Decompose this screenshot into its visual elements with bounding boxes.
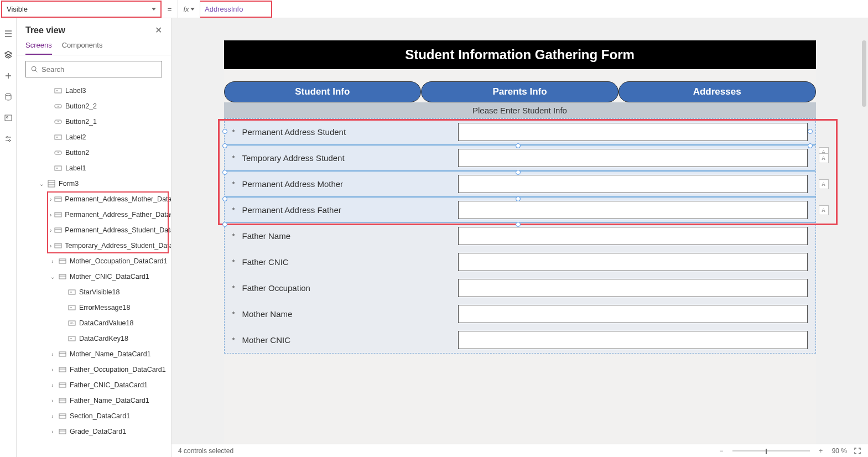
zoom-in-button[interactable]: + bbox=[817, 447, 825, 455]
tree-item-button2-2[interactable]: Button2_2 bbox=[17, 98, 171, 114]
tree-item-card-father-cnic[interactable]: ›Father_CNIC_DataCard1 bbox=[17, 377, 171, 393]
tab-student-info[interactable]: Student Info bbox=[224, 81, 422, 102]
field-input-perm-addr-mother[interactable] bbox=[458, 175, 808, 193]
tree-item-card-father-name[interactable]: ›Father_Name_DataCard1 bbox=[17, 393, 171, 408]
field-input-temp-addr-student[interactable] bbox=[458, 149, 808, 167]
field-input-perm-addr-father[interactable] bbox=[458, 201, 808, 219]
tree-item-errormessage18[interactable]: ErrorMessage18 bbox=[17, 300, 171, 315]
field-input-father-name[interactable] bbox=[458, 227, 808, 245]
layers-icon[interactable] bbox=[4, 50, 13, 59]
fullscreen-icon[interactable] bbox=[854, 447, 861, 455]
field-input-mother-cnic[interactable] bbox=[458, 331, 808, 349]
row-father-occ[interactable]: * Father Occupation bbox=[225, 275, 815, 301]
field-input-father-occ[interactable] bbox=[458, 279, 808, 297]
field-input-father-cnic[interactable] bbox=[458, 253, 808, 271]
selection-status: 4 controls selected bbox=[178, 447, 233, 455]
search-icon bbox=[30, 65, 38, 73]
tree-item-card-section[interactable]: ›Section_DataCard1 bbox=[17, 408, 171, 424]
tree-item-label3[interactable]: Label3 bbox=[17, 83, 171, 98]
canvas-scrollbar[interactable] bbox=[860, 18, 868, 444]
svg-rect-21 bbox=[59, 274, 66, 279]
required-asterisk: * bbox=[232, 258, 242, 266]
zoom-out-button[interactable]: − bbox=[717, 447, 726, 455]
tree-item-card-temp-student[interactable]: ›Temporary_Address_Student_DataCard··· bbox=[17, 238, 171, 253]
required-asterisk: * bbox=[232, 180, 242, 188]
tab-components[interactable]: Components bbox=[62, 41, 103, 55]
tree-scroll[interactable]: Label3 Button2_2 Button2_1 Label2 Button… bbox=[17, 83, 171, 457]
row-perm-addr-father[interactable]: * Permanent Address Father A bbox=[225, 197, 815, 223]
property-dropdown[interactable]: Visible bbox=[1, 1, 162, 18]
row-temp-addr-student[interactable]: * Temporary Address Student A bbox=[225, 145, 815, 171]
zoom-level: 90 % bbox=[832, 447, 847, 455]
required-asterisk: * bbox=[232, 284, 242, 292]
tab-parents-info[interactable]: Parents Info bbox=[421, 81, 618, 102]
svg-point-5 bbox=[32, 66, 36, 71]
svg-rect-1 bbox=[5, 115, 12, 121]
selection-handle[interactable] bbox=[516, 170, 521, 175]
device-frame[interactable]: Student Information Gathering Form Stude… bbox=[224, 40, 816, 444]
tree-item-card-mother-cnic[interactable]: ⌄Mother_CNIC_DataCard1 bbox=[17, 269, 171, 284]
tree-item-datacardvalue18[interactable]: abDataCardValue18 bbox=[17, 315, 171, 331]
tree-item-form3[interactable]: ⌄Form3 bbox=[17, 176, 171, 191]
annotation-box: A bbox=[819, 153, 829, 163]
selection-handle[interactable] bbox=[222, 170, 227, 175]
tree-item-label2[interactable]: Label2 bbox=[17, 129, 171, 145]
search-field[interactable] bbox=[41, 65, 157, 74]
data-icon[interactable] bbox=[4, 92, 13, 101]
tree-item-button2-1[interactable]: Button2_1 bbox=[17, 114, 171, 129]
tree-item-datacardkey18[interactable]: DataCardKey18 bbox=[17, 331, 171, 346]
required-asterisk: * bbox=[232, 310, 242, 318]
selection-handle[interactable] bbox=[222, 143, 227, 148]
selection-handle[interactable] bbox=[222, 196, 227, 201]
fx-label: fx bbox=[183, 5, 189, 13]
required-asterisk: * bbox=[232, 154, 242, 162]
selection-handle[interactable] bbox=[808, 129, 813, 134]
row-mother-name[interactable]: * Mother Name bbox=[225, 301, 815, 327]
field-label: Temporary Address Student bbox=[242, 153, 458, 163]
field-input-perm-addr-student[interactable] bbox=[458, 123, 808, 141]
tab-screens[interactable]: Screens bbox=[25, 41, 52, 55]
row-perm-addr-student[interactable]: * Permanent Address Student A bbox=[225, 119, 815, 145]
chevron-down-icon bbox=[190, 8, 195, 11]
zoom-slider-thumb[interactable] bbox=[766, 449, 767, 454]
search-input[interactable] bbox=[25, 61, 162, 77]
row-perm-addr-mother[interactable]: * Permanent Address Mother A bbox=[225, 171, 815, 197]
fx-button[interactable]: fx bbox=[178, 0, 200, 18]
tree-item-card-perm-father[interactable]: ›Permanent_Address_Father_DataCard1··· bbox=[17, 207, 171, 222]
media-icon[interactable] bbox=[4, 113, 13, 122]
svg-rect-17 bbox=[55, 212, 61, 217]
selection-handle[interactable] bbox=[222, 129, 227, 134]
tree-item-card-father-occ[interactable]: ›Father_Occupation_DataCard1 bbox=[17, 362, 171, 377]
status-bar: 4 controls selected − + 90 % bbox=[171, 444, 868, 457]
tree-item-starvisible18[interactable]: StarVisible18 bbox=[17, 284, 171, 300]
tab-addresses[interactable]: Addresses bbox=[618, 81, 816, 102]
zoom-slider[interactable] bbox=[732, 450, 810, 451]
tree-item-card-perm-student[interactable]: ›Permanent_Address_Student_DataCard··· bbox=[17, 222, 171, 238]
field-label: Father Name bbox=[242, 231, 458, 241]
row-father-cnic[interactable]: * Father CNIC bbox=[225, 249, 815, 275]
row-mother-cnic[interactable]: * Mother CNIC bbox=[225, 327, 815, 353]
selection-handle[interactable] bbox=[516, 196, 521, 201]
settings-icon[interactable] bbox=[4, 134, 13, 143]
field-input-mother-name[interactable] bbox=[458, 305, 808, 323]
svg-point-13 bbox=[58, 152, 59, 153]
plus-icon[interactable] bbox=[4, 71, 13, 80]
required-asterisk: * bbox=[232, 128, 242, 136]
svg-point-3 bbox=[6, 137, 8, 138]
selection-handle[interactable] bbox=[516, 143, 521, 148]
tree-item-label1[interactable]: Label1 bbox=[17, 160, 171, 176]
svg-text:ab: ab bbox=[70, 321, 74, 325]
hamburger-icon[interactable] bbox=[4, 29, 13, 38]
selection-handle[interactable] bbox=[808, 143, 813, 148]
tree-item-button2[interactable]: Button2 bbox=[17, 145, 171, 160]
close-icon[interactable]: ✕ bbox=[155, 25, 162, 35]
tree-item-card-perm-mother[interactable]: ›Permanent_Address_Mother_DataCard··· bbox=[17, 191, 171, 207]
formula-input[interactable]: AddressInfo bbox=[200, 1, 272, 18]
tree-item-card-mother-name[interactable]: ›Mother_Name_DataCard1 bbox=[17, 346, 171, 362]
tree-item-card-grade[interactable]: ›Grade_DataCard1 bbox=[17, 424, 171, 439]
svg-point-4 bbox=[8, 140, 10, 142]
row-father-name[interactable]: * Father Name bbox=[225, 223, 815, 249]
tree-item-card-mother-occ[interactable]: ›Mother_Occupation_DataCard1 bbox=[17, 253, 171, 269]
equals-label: = bbox=[162, 0, 178, 18]
field-label: Mother CNIC bbox=[242, 335, 458, 345]
